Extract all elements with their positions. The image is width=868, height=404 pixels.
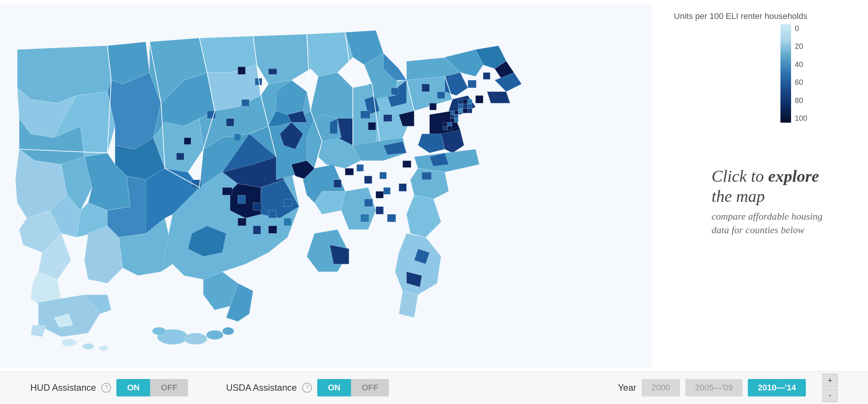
svg-rect-39 <box>364 199 373 206</box>
svg-rect-20 <box>483 73 490 80</box>
overlay-map-text: the map <box>711 187 765 206</box>
svg-rect-1 <box>238 67 245 74</box>
overlay-click-prefix: Click to <box>711 167 768 186</box>
svg-rect-87 <box>451 119 454 122</box>
svg-rect-18 <box>468 80 476 88</box>
hud-help-icon[interactable]: ? <box>101 383 111 393</box>
svg-rect-19 <box>476 95 483 103</box>
svg-rect-35 <box>284 218 291 226</box>
svg-point-48 <box>184 333 207 345</box>
svg-rect-90 <box>448 122 452 126</box>
usda-on-button[interactable]: ON <box>317 379 351 396</box>
year-label: Year <box>618 382 636 393</box>
svg-rect-89 <box>443 122 448 126</box>
legend-color-bar <box>780 24 791 123</box>
year-selector-group: Year 2000 2005—'09 2010—'14 + - <box>618 374 838 402</box>
svg-rect-38 <box>238 218 246 226</box>
usda-label: USDA Assistance <box>226 382 297 393</box>
svg-rect-8 <box>226 119 234 126</box>
svg-rect-17 <box>437 92 445 98</box>
svg-rect-6 <box>184 138 191 145</box>
svg-rect-25 <box>364 176 372 184</box>
legend-label-100: 100 <box>795 114 807 123</box>
svg-rect-13 <box>384 115 392 122</box>
svg-rect-12 <box>368 122 376 130</box>
svg-rect-81 <box>463 109 467 113</box>
svg-rect-10 <box>241 99 249 106</box>
usda-off-button[interactable]: OFF <box>351 379 389 396</box>
svg-rect-75 <box>463 99 467 104</box>
svg-rect-23 <box>403 161 411 167</box>
hud-toggle: ON OFF <box>116 379 188 396</box>
year-2000-button[interactable]: 2000 <box>642 379 680 396</box>
svg-rect-30 <box>222 187 232 195</box>
legend-label-40: 40 <box>795 60 807 69</box>
svg-rect-40 <box>376 207 384 214</box>
svg-rect-34 <box>268 226 277 233</box>
map-legend: Units per 100 ELI renter households 0 20… <box>674 11 807 123</box>
hud-off-button[interactable]: OFF <box>150 379 188 396</box>
svg-rect-85 <box>451 115 454 119</box>
svg-rect-83 <box>451 111 454 115</box>
legend-label-20: 20 <box>795 42 807 51</box>
svg-rect-16 <box>429 103 436 110</box>
svg-rect-42 <box>376 191 384 198</box>
svg-rect-21 <box>422 172 431 180</box>
year-201014-button[interactable]: 2010—'14 <box>748 379 806 396</box>
svg-rect-84 <box>454 111 458 115</box>
usda-assistance-group: USDA Assistance ? ON OFF <box>226 379 389 396</box>
svg-rect-77 <box>463 104 467 108</box>
svg-rect-43 <box>360 214 369 222</box>
svg-rect-26 <box>384 187 390 194</box>
svg-rect-92 <box>448 126 452 130</box>
hud-assistance-group: HUD Assistance ? ON OFF <box>30 379 188 396</box>
zoom-controls: + - <box>823 374 838 402</box>
svg-rect-78 <box>467 99 472 104</box>
svg-point-50 <box>222 327 234 335</box>
map-overlay-text[interactable]: Click to explore the map compare afforda… <box>711 167 823 237</box>
svg-rect-33 <box>268 211 276 218</box>
svg-rect-41 <box>387 214 396 222</box>
hud-on-button[interactable]: ON <box>116 379 150 396</box>
usda-help-icon[interactable]: ? <box>302 383 312 393</box>
zoom-in-button[interactable]: + <box>823 374 838 387</box>
overlay-explore-bold: explore <box>768 167 819 186</box>
overlay-sub-text: compare affordable housing data for coun… <box>711 210 823 237</box>
year-200509-button[interactable]: 2005—'09 <box>685 379 743 396</box>
svg-rect-22 <box>399 184 406 191</box>
svg-rect-15 <box>422 84 429 92</box>
svg-rect-74 <box>458 99 463 104</box>
legend-label-80: 80 <box>795 96 807 105</box>
usda-toggle: ON OFF <box>317 379 389 396</box>
svg-rect-88 <box>454 119 458 122</box>
legend-title: Units per 100 ELI renter households <box>674 11 807 21</box>
svg-rect-82 <box>467 109 472 113</box>
svg-rect-36 <box>284 199 292 206</box>
hud-label: HUD Assistance <box>30 382 96 393</box>
choropleth-map[interactable] <box>0 0 652 371</box>
svg-rect-76 <box>458 104 463 108</box>
svg-rect-24 <box>380 172 387 179</box>
svg-rect-9 <box>234 134 241 140</box>
overlay-sub-line1: compare affordable housing <box>711 211 823 222</box>
svg-rect-29 <box>357 164 363 171</box>
svg-point-51 <box>152 327 166 335</box>
svg-point-45 <box>83 343 94 349</box>
svg-rect-11 <box>360 111 370 119</box>
svg-rect-5 <box>176 153 184 160</box>
svg-rect-14 <box>391 88 398 95</box>
svg-rect-80 <box>458 109 463 113</box>
svg-rect-28 <box>345 168 354 175</box>
legend-label-0: 0 <box>795 24 807 33</box>
svg-rect-86 <box>454 115 458 119</box>
zoom-out-button[interactable]: - <box>823 388 838 402</box>
svg-rect-32 <box>253 203 262 211</box>
svg-point-49 <box>206 330 223 339</box>
svg-point-46 <box>99 346 108 351</box>
svg-rect-91 <box>443 126 448 130</box>
svg-rect-37 <box>253 226 261 234</box>
svg-point-44 <box>61 339 77 346</box>
legend-labels: 0 20 40 60 80 100 <box>795 24 807 123</box>
overlay-click-text: Click to explore the map <box>711 167 823 207</box>
svg-rect-27 <box>334 180 341 187</box>
